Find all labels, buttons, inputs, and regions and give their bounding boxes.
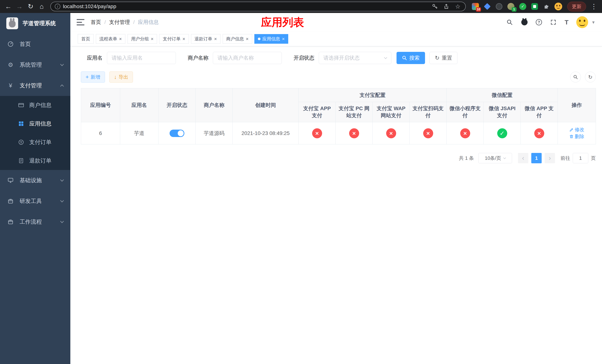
document-icon [18, 158, 24, 164]
cell-actions: 修改 删除 [558, 122, 596, 144]
search-button[interactable]: 搜索 [397, 52, 425, 64]
collapse-sidebar-icon[interactable] [77, 19, 85, 25]
col-merchant: 商户名称 [196, 88, 233, 122]
tab-process-form[interactable]: 流程表单 × [96, 34, 125, 44]
browser-menu-icon[interactable]: ⋮ [589, 3, 599, 10]
sidebar-item-merchant-info[interactable]: 商户信息 [0, 96, 70, 114]
chevron-down-icon [60, 62, 64, 66]
chevron-down-icon [60, 219, 64, 223]
col-actions: 操作 [558, 88, 596, 122]
tags-view-bar: 首页 流程表单 × 用户分组 × 支付订单 × 退款订单 × 商户信息 × [70, 32, 602, 46]
extension-icon[interactable] [531, 2, 539, 11]
tab-pay-order[interactable]: 支付订单 × [159, 34, 189, 44]
tab-close-icon[interactable]: × [282, 36, 285, 41]
bookmark-star-icon[interactable]: ☆ [454, 3, 461, 10]
profile-avatar-icon[interactable] [554, 2, 562, 11]
delete-link[interactable]: 删除 [569, 133, 584, 140]
browser-back-icon[interactable]: ← [3, 1, 13, 11]
page-size-select[interactable]: 10条/页 [478, 153, 512, 163]
breadcrumb-separator: / [104, 19, 106, 25]
browser-reload-icon[interactable]: ↻ [26, 1, 35, 11]
extension-icon[interactable] [483, 2, 491, 11]
merchant-name-input[interactable] [213, 52, 282, 64]
url-text[interactable]: localhost:1024/pay/app [63, 3, 429, 10]
sidebar-item-label: 研发工具 [20, 197, 42, 205]
monitor-icon [7, 177, 14, 183]
tab-refund-order[interactable]: 退款订单 × [191, 34, 220, 44]
sidebar-item-label: 工作流程 [20, 218, 42, 226]
export-button[interactable]: ↓ 导出 [109, 72, 133, 83]
extension-icon[interactable] [495, 2, 503, 11]
plus-icon: + [86, 74, 89, 80]
breadcrumb-level1[interactable]: 支付管理 [109, 19, 130, 26]
status-label: 开启状态 [294, 54, 314, 62]
add-button[interactable]: + 新增 [81, 72, 105, 83]
enabled-toggle[interactable] [170, 130, 184, 137]
password-key-icon[interactable] [431, 3, 438, 10]
sidebar-item-system[interactable]: ⚙ 系统管理 [0, 54, 70, 75]
chevron-down-icon [503, 156, 506, 159]
user-avatar[interactable] [576, 16, 588, 28]
extensions-puzzle-icon[interactable] [542, 2, 550, 11]
sidebar-item-workflow[interactable]: 工作流程 [0, 212, 70, 232]
toggle-search-button[interactable] [570, 72, 581, 82]
reset-button[interactable]: ↻ 重置 [430, 52, 457, 64]
share-icon[interactable] [443, 3, 450, 10]
chrome-update-button[interactable]: 更新 [567, 2, 586, 11]
font-size-icon[interactable]: T [565, 19, 569, 26]
tab-close-icon[interactable]: × [214, 36, 217, 41]
header-search-icon[interactable] [506, 19, 513, 26]
filter-form: 应用名 商户名称 开启状态 请选择开启状态 搜索 ↻ [81, 52, 596, 64]
goto-page-input[interactable] [573, 153, 588, 163]
tab-close-icon[interactable]: × [119, 36, 122, 41]
refresh-table-button[interactable]: ↻ [585, 72, 596, 82]
sidebar-item-payment[interactable]: ¥ 支付管理 [0, 75, 70, 96]
alipay-pc-status-icon: × [349, 128, 359, 138]
extension-icon[interactable]: ✓ [519, 2, 527, 11]
browser-forward-icon[interactable]: → [14, 1, 24, 11]
extension-icon[interactable]: 1 [507, 2, 515, 11]
sidebar-item-label: 首页 [20, 40, 31, 48]
tab-close-icon[interactable]: × [151, 36, 153, 41]
next-page-button[interactable]: › [545, 153, 555, 163]
fullscreen-icon[interactable] [550, 19, 557, 26]
sidebar-item-refund-order[interactable]: 退款订单 [0, 151, 70, 170]
tab-app-info[interactable]: 应用信息 × [254, 34, 288, 44]
sidebar-item-home[interactable]: 首页 [0, 34, 70, 54]
alipay-app-status-icon: × [312, 128, 322, 138]
extension-badge: 10 [476, 7, 481, 12]
breadcrumb-home[interactable]: 首页 [91, 19, 101, 26]
tab-merchant-info[interactable]: 商户信息 × [223, 34, 252, 44]
prev-page-button[interactable]: ‹ [518, 153, 528, 163]
browser-home-icon[interactable]: ⌂ [37, 1, 47, 11]
avatar-caret-icon[interactable]: ▾ [592, 20, 595, 25]
app-table: 应用编号 应用名 开启状态 商户名称 创建时间 支付宝配置 微信配置 操作 支付… [81, 88, 596, 144]
app-name-input[interactable] [107, 52, 176, 64]
table-row: 6 芋道 芋道源码 2021-10-23 08:49:25 × × × × × … [81, 122, 596, 144]
page-unit-label: 页 [591, 155, 596, 161]
status-select[interactable]: 请选择开启状态 [319, 52, 391, 64]
page-number-button[interactable]: 1 [531, 153, 542, 163]
site-info-icon[interactable]: i [55, 4, 60, 9]
reset-button-label: 重置 [442, 54, 452, 62]
sidebar-item-infrastructure[interactable]: 基础设施 [0, 170, 70, 191]
tab-close-icon[interactable]: × [182, 36, 185, 41]
sidebar-item-devtools[interactable]: 研发工具 [0, 191, 70, 212]
breadcrumb-separator: / [133, 19, 135, 25]
extension-icon[interactable]: 10 [471, 2, 479, 11]
extensions-strip: 10 1 ✓ [469, 2, 564, 11]
merchant-name-label: 商户名称 [188, 54, 208, 62]
edit-link[interactable]: 修改 [569, 127, 584, 133]
sidebar-item-pay-order[interactable]: 支付订单 [0, 133, 70, 151]
sidebar-item-label: 商户信息 [29, 101, 52, 109]
chevron-down-icon [60, 199, 64, 202]
tab-close-icon[interactable]: × [246, 36, 249, 41]
payment-submenu: 商户信息 应用信息 支付订单 [0, 96, 70, 170]
tab-user-group[interactable]: 用户分组 × [128, 34, 157, 44]
address-bar[interactable]: i localhost:1024/pay/app ☆ [50, 2, 466, 11]
help-icon[interactable]: ? [536, 19, 542, 25]
sidebar-item-app-info[interactable]: 应用信息 [0, 114, 70, 133]
github-icon[interactable] [521, 19, 528, 26]
cell-merchant: 芋道源码 [196, 122, 233, 144]
tab-home[interactable]: 首页 [78, 34, 94, 44]
